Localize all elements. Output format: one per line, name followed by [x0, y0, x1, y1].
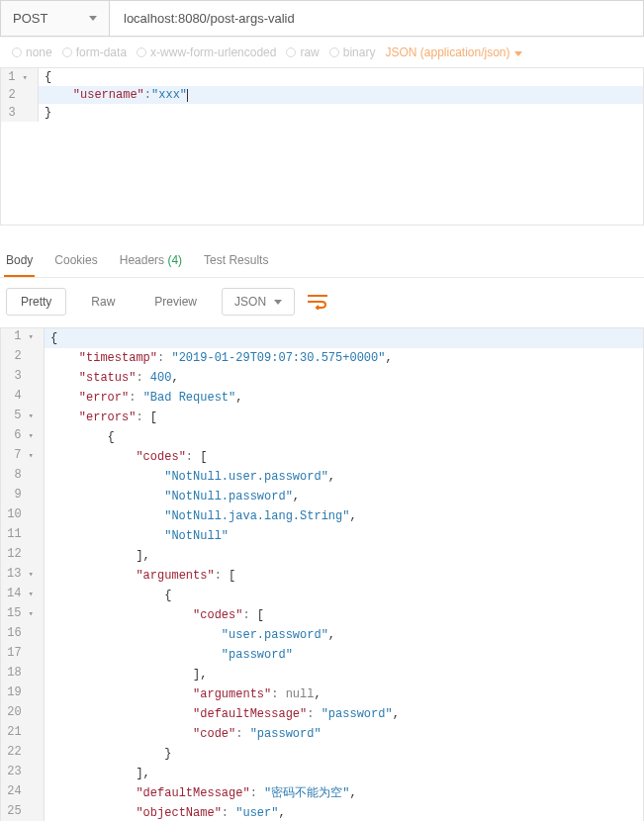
tab-headers-label: Headers — [120, 253, 164, 267]
response-code: "codes": [ — [45, 447, 213, 467]
response-code: "error": "Bad Request", — [45, 388, 248, 408]
response-line: 3 "status": 400, — [1, 368, 643, 388]
response-code: "NotNull.password", — [45, 487, 306, 506]
tab-headers[interactable]: Headers (4) — [118, 253, 184, 277]
response-line: 19 "arguments": null, — [1, 684, 643, 704]
response-line: 8 "NotNull.user.password", — [1, 467, 643, 487]
response-line: 6 ▾ { — [1, 427, 643, 447]
body-type-form-data[interactable]: form-data — [62, 46, 127, 59]
response-line: 2 "timestamp": "2019-01-29T09:07:30.575+… — [1, 348, 643, 368]
line-number: 12 — [1, 546, 45, 566]
response-line: 4 "error": "Bad Request", — [1, 388, 643, 408]
response-line: 10 "NotNull.java.lang.String", — [1, 506, 643, 526]
response-line: 18 ], — [1, 665, 643, 684]
line-number: 14 ▾ — [1, 586, 45, 605]
response-line: 16 "user.password", — [1, 625, 643, 645]
tab-cookies[interactable]: Cookies — [52, 253, 99, 277]
response-line: 1 ▾{ — [1, 328, 643, 348]
line-number: 15 ▾ — [1, 605, 45, 625]
response-code: "codes": [ — [45, 605, 270, 625]
line-number: 7 ▾ — [1, 447, 45, 467]
line-number: 10 — [1, 506, 45, 526]
request-body-editor[interactable]: 1 ▾ { 2 "username":"xxx" 3 } — [0, 67, 644, 226]
response-code: "NotNull" — [45, 526, 234, 546]
url-input[interactable] — [110, 1, 643, 36]
http-method-label: POST — [13, 11, 47, 26]
body-type-none[interactable]: none — [12, 46, 52, 59]
response-line: 9 "NotNull.password", — [1, 487, 643, 506]
response-code: "password" — [45, 645, 299, 665]
wrap-lines-icon[interactable] — [305, 289, 330, 315]
response-code: "defaultMessage": "password", — [45, 704, 406, 724]
body-type-raw[interactable]: raw — [286, 46, 319, 59]
content-type-select[interactable]: JSON (application/json) — [385, 46, 521, 59]
line-number: 9 — [1, 487, 45, 506]
editor-text: "xxx" — [151, 88, 187, 102]
response-line: 20 "defaultMessage": "password", — [1, 704, 643, 724]
line-number: 5 ▾ — [1, 408, 45, 427]
response-code: "objectName": "user", — [45, 803, 292, 821]
response-code: "status": 400, — [45, 368, 185, 388]
line-number: 3 — [1, 104, 39, 122]
response-line: 11 "NotNull" — [1, 526, 643, 546]
response-type-select[interactable]: JSON — [222, 288, 295, 316]
line-number: 6 ▾ — [1, 427, 45, 447]
request-url-bar: POST — [0, 0, 644, 37]
line-number: 18 — [1, 665, 45, 684]
response-line: 17 "password" — [1, 645, 643, 665]
format-raw-button[interactable]: Raw — [76, 288, 130, 316]
response-line: 14 ▾ { — [1, 586, 643, 605]
response-code: "defaultMessage": "密码不能为空", — [45, 783, 363, 803]
response-line: 7 ▾ "codes": [ — [1, 447, 643, 467]
line-number: 17 — [1, 645, 45, 665]
response-code: { — [45, 328, 63, 348]
chevron-down-icon — [89, 16, 97, 21]
chevron-down-icon — [274, 300, 282, 305]
editor-text: "username" — [73, 88, 144, 102]
response-code: "timestamp": "2019-01-29T09:07:30.575+00… — [45, 348, 399, 368]
response-code: "errors": [ — [45, 408, 163, 427]
line-number: 22 — [1, 744, 45, 764]
response-line: 21 "code": "password" — [1, 724, 643, 744]
response-tabs: Body Cookies Headers (4) Test Results — [0, 243, 644, 278]
line-number: 1 ▾ — [1, 328, 45, 348]
body-type-selector: none form-data x-www-form-urlencoded raw… — [0, 37, 644, 67]
line-number: 1 ▾ — [1, 68, 39, 86]
response-code: ], — [45, 546, 156, 566]
response-line: 24 "defaultMessage": "密码不能为空", — [1, 783, 643, 803]
tab-body[interactable]: Body — [4, 253, 35, 277]
editor-text: { — [45, 70, 51, 84]
response-format-bar: Pretty Raw Preview JSON — [0, 278, 644, 327]
body-type-urlencoded[interactable]: x-www-form-urlencoded — [137, 46, 276, 59]
response-code: "NotNull.user.password", — [45, 467, 341, 487]
response-line: 12 ], — [1, 546, 643, 566]
response-code: "code": "password" — [45, 724, 327, 744]
line-number: 4 — [1, 388, 45, 408]
line-number: 11 — [1, 526, 45, 546]
format-preview-button[interactable]: Preview — [139, 288, 212, 316]
http-method-select[interactable]: POST — [1, 1, 110, 36]
line-number: 2 — [1, 86, 39, 104]
response-type-label: JSON — [234, 295, 266, 309]
line-number: 21 — [1, 724, 45, 744]
response-code: { — [45, 586, 177, 605]
response-line: 23 ], — [1, 764, 643, 783]
body-type-binary[interactable]: binary — [329, 46, 376, 59]
line-number: 13 ▾ — [1, 566, 45, 586]
response-line: 15 ▾ "codes": [ — [1, 605, 643, 625]
line-number: 23 — [1, 764, 45, 783]
line-number: 19 — [1, 684, 45, 704]
line-number: 2 — [1, 348, 45, 368]
response-code: ], — [45, 665, 213, 684]
line-number: 25 — [1, 803, 45, 821]
response-line: 25 "objectName": "user", — [1, 803, 643, 821]
response-code: "NotNull.java.lang.String", — [45, 506, 363, 526]
line-number: 24 — [1, 783, 45, 803]
response-code: "user.password", — [45, 625, 341, 645]
line-number: 3 — [1, 368, 45, 388]
response-body-viewer[interactable]: 1 ▾{2 "timestamp": "2019-01-29T09:07:30.… — [0, 327, 644, 821]
text-cursor — [187, 89, 188, 102]
tab-test-results[interactable]: Test Results — [202, 253, 270, 277]
format-pretty-button[interactable]: Pretty — [6, 288, 66, 316]
response-code: "arguments": null, — [45, 684, 327, 704]
